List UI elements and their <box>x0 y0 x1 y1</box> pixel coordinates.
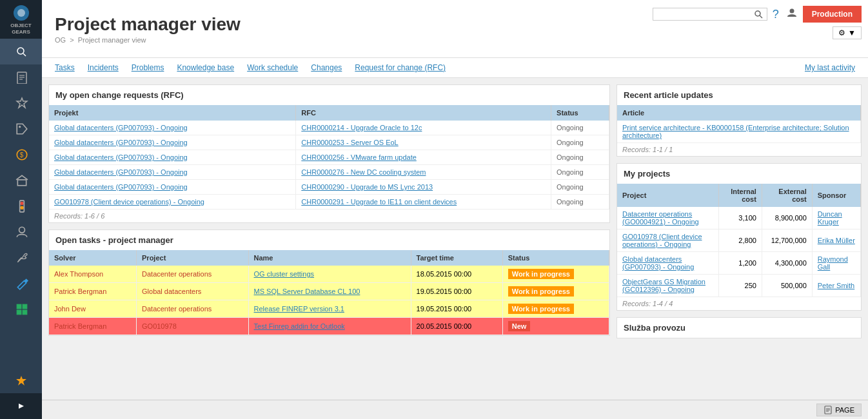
project-external-cost: 500,000 <box>762 275 812 297</box>
task-name-link[interactable]: Release FINREP version 3.1 <box>254 305 344 313</box>
rfc-rfc-link[interactable]: CHR0000214 - Upgrade Oracle to 12c <box>301 124 422 132</box>
task-target: 19.05.2015 00:00 <box>411 283 502 300</box>
project-internal-cost: 250 <box>718 275 762 297</box>
table-row: GO010978 (Client device operations) - On… <box>617 229 861 252</box>
svg-point-14 <box>20 206 24 210</box>
task-project: Datacenter operations <box>137 266 249 283</box>
table-row: John Dew Datacenter operations Release F… <box>49 300 609 318</box>
table-row: ObjectGears GS Migration (GC012396) - On… <box>617 275 861 297</box>
search-input[interactable] <box>657 10 754 19</box>
sidebar-search[interactable] <box>0 39 42 64</box>
task-project: Datacenter operations <box>137 300 249 318</box>
sidebar-favorites[interactable] <box>0 367 42 393</box>
task-name-link[interactable]: Test Finrep addin for Outlook <box>254 322 345 330</box>
svg-point-1 <box>17 9 25 17</box>
projects-records: Records: 1-4 / 4 <box>617 297 861 310</box>
table-row: Alex Thompson Datacenter operations OG c… <box>49 266 609 283</box>
sidebar-item-edit[interactable] <box>0 271 42 297</box>
svg-point-9 <box>19 126 21 128</box>
tab-problems[interactable]: Problems <box>132 63 164 77</box>
production-button[interactable]: Production <box>803 6 862 23</box>
logo-text: OBJECTGEARS <box>10 23 31 35</box>
rfc-status: Ongoing <box>551 195 609 210</box>
status-badge: Work in progress <box>508 269 574 279</box>
sidebar-item-documents[interactable] <box>0 64 42 90</box>
tab-work-schedule[interactable]: Work schedule <box>247 63 298 77</box>
projects-table: Project Internal cost External cost Spon… <box>617 184 861 297</box>
topbar-right: ? Production ⚙ ▼ <box>646 0 868 57</box>
topbar-actions: ? Production <box>653 5 862 23</box>
task-solver: Patrick Bergman <box>49 283 137 300</box>
tasks-col-target: Target time <box>411 250 502 266</box>
help-button[interactable]: ? <box>771 6 781 23</box>
task-name-link[interactable]: MS SQL Server Database CL 100 <box>254 287 360 295</box>
project-sponsor-link[interactable]: Raymond Gall <box>818 255 848 271</box>
task-project: Global datacenters <box>137 283 249 300</box>
sidebar-item-packages[interactable] <box>0 168 42 193</box>
rfc-projekt-link[interactable]: Global datacenters (GP007093) - Ongoing <box>54 124 188 132</box>
sidebar-item-traffic[interactable] <box>0 193 42 219</box>
table-row: Global datacenters (GP007093) - Ongoing … <box>49 180 609 195</box>
rfc-col-status: Status <box>551 105 609 121</box>
svg-marker-8 <box>17 98 27 108</box>
content-left: My open change requests (RFC) Projekt RF… <box>48 84 610 393</box>
svg-point-2 <box>17 48 24 54</box>
rfc-rfc-link[interactable]: CHR0000253 - Server OS EoL <box>301 139 398 146</box>
tab-knowledge-base[interactable]: Knowledge base <box>177 63 234 77</box>
tasks-col-status: Status <box>502 250 609 266</box>
rfc-projekt-link[interactable]: Global datacenters (GP007093) - Ongoing <box>54 183 188 191</box>
tab-tasks[interactable]: Tasks <box>55 63 75 77</box>
project-link[interactable]: GO010978 (Client device operations) - On… <box>622 233 702 248</box>
page-button[interactable]: PAGE <box>816 404 862 416</box>
rfc-rfc-link[interactable]: CHR0000276 - New DC cooling system <box>301 168 426 176</box>
project-sponsor-link[interactable]: Duncan Kruger <box>818 210 842 226</box>
article-link[interactable]: Print service architecture - KB0000158 (… <box>622 124 849 139</box>
rfc-projekt-link[interactable]: GO010978 (Client device operations) - On… <box>54 198 204 206</box>
project-link[interactable]: Datacenter operations (GO0004921) - Ongo… <box>622 210 699 226</box>
project-link[interactable]: ObjectGears GS Migration (GC012396) - On… <box>622 278 705 293</box>
sidebar-item-users[interactable] <box>0 219 42 245</box>
user-button[interactable] <box>784 5 800 23</box>
svg-rect-20 <box>23 310 27 315</box>
status-badge: New <box>508 321 531 331</box>
rfc-rfc-link[interactable]: CHR0000291 - Upgrade to IE11 on client d… <box>301 198 457 206</box>
tasks-panel-title: Open tasks - project manager <box>49 230 609 250</box>
page-label: PAGE <box>835 406 854 414</box>
breadcrumb-root[interactable]: OG <box>55 36 66 44</box>
rfc-projekt-link[interactable]: Global datacenters (GP007093) - Ongoing <box>54 168 188 176</box>
table-row: GO010978 (Client device operations) - On… <box>49 195 609 210</box>
task-solver: Patrick Bergman <box>49 318 137 335</box>
sidebar-item-badge[interactable] <box>0 90 42 116</box>
proj-col-sponsor: Sponsor <box>812 184 860 207</box>
rfc-rfc-link[interactable]: CHR0000290 - Upgrade to MS Lync 2013 <box>301 183 433 191</box>
sidebar-item-grid[interactable] <box>0 297 42 322</box>
project-internal-cost: 3,100 <box>718 207 762 229</box>
rfc-rfc-link[interactable]: CHR0000256 - VMware farm update <box>301 153 417 161</box>
content-area: My open change requests (RFC) Projekt RF… <box>42 78 868 400</box>
rfc-status: Ongoing <box>551 180 609 195</box>
project-link[interactable]: Global datacenters (GP007093) - Ongoing <box>622 255 694 271</box>
rfc-col-projekt: Projekt <box>49 105 296 121</box>
svg-marker-21 <box>16 376 26 385</box>
rfc-projekt-link[interactable]: Global datacenters (GP007093) - Ongoing <box>54 153 188 161</box>
settings-row: ⚙ ▼ <box>833 26 862 39</box>
sidebar-item-tools[interactable] <box>0 245 42 271</box>
sidebar-item-tag[interactable] <box>0 116 42 142</box>
sidebar-collapse[interactable] <box>0 393 42 419</box>
project-sponsor-link[interactable]: Erika Müller <box>818 237 855 244</box>
nav-tabs: Tasks Incidents Problems Knowledge base … <box>42 58 868 78</box>
articles-col-article: Article <box>617 105 861 121</box>
settings-dropdown-icon: ▼ <box>848 28 856 37</box>
table-row: Print service architecture - KB0000158 (… <box>617 121 861 143</box>
tab-changes[interactable]: Changes <box>311 63 342 77</box>
tab-incidents[interactable]: Incidents <box>88 63 119 77</box>
rfc-projekt-link[interactable]: Global datacenters (GP007093) - Ongoing <box>54 139 188 146</box>
tab-rfc[interactable]: Request for change (RFC) <box>355 63 446 77</box>
tab-last-activity[interactable]: My last activity <box>805 63 855 77</box>
task-solver: John Dew <box>49 300 137 318</box>
task-name-link[interactable]: OG cluster settings <box>254 270 315 278</box>
project-sponsor-link[interactable]: Peter Smith <box>818 282 854 289</box>
settings-button[interactable]: ⚙ ▼ <box>833 26 862 39</box>
sidebar-item-finance[interactable]: $ <box>0 142 42 168</box>
svg-point-23 <box>755 11 760 16</box>
